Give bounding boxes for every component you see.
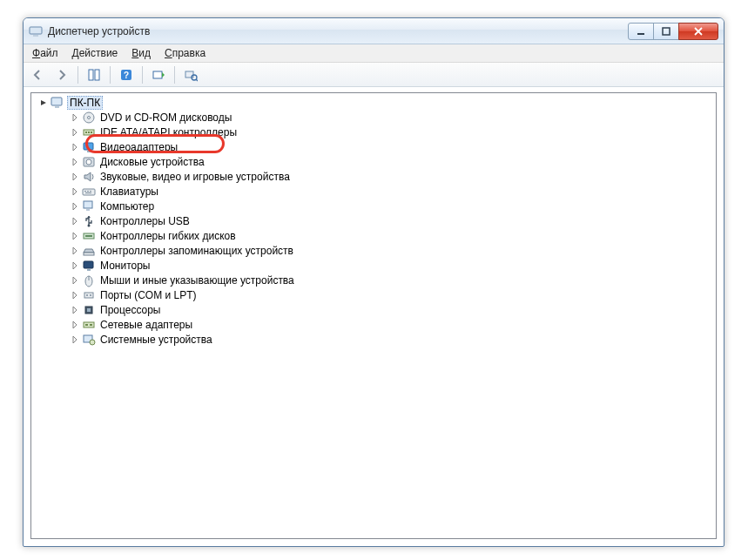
expand-icon[interactable] — [68, 287, 82, 302]
device-manager-window: Диспетчер устройств Файл Действие Вид Сп… — [23, 17, 724, 547]
expand-icon[interactable] — [68, 228, 82, 243]
menu-help[interactable]: Справка — [158, 44, 212, 62]
svg-rect-45 — [90, 324, 92, 326]
svg-rect-24 — [84, 191, 86, 192]
svg-rect-12 — [55, 106, 59, 108]
tree-node[interactable]: Видеоадаптеры — [51, 139, 714, 154]
svg-rect-2 — [637, 33, 644, 35]
tree-node-label: IDE ATA/ATAPI контроллеры — [98, 126, 239, 138]
svg-point-30 — [88, 224, 91, 226]
tree-node[interactable]: Клавиатуры — [51, 184, 714, 199]
menu-view[interactable]: Вид — [125, 44, 158, 62]
tree-node-label: Компьютер — [98, 200, 156, 213]
tree-node-label: Мониторы — [98, 260, 152, 272]
tree-node[interactable]: Дисковые устройства — [51, 154, 714, 169]
dvd-icon — [82, 111, 96, 125]
monitor-icon — [82, 259, 96, 273]
tree-node[interactable]: IDE ATA/ATAPI контроллеры — [51, 125, 714, 139]
show-hide-console-button[interactable] — [84, 64, 104, 85]
minimize-button[interactable] — [628, 23, 654, 40]
svg-rect-17 — [88, 132, 90, 133]
expand-icon[interactable] — [68, 184, 82, 199]
svg-rect-16 — [85, 132, 87, 133]
scan-hardware-changes-button[interactable] — [180, 64, 201, 85]
svg-rect-18 — [91, 132, 92, 133]
tree-node-label: Видеоадаптеры — [98, 141, 179, 153]
expand-icon[interactable] — [68, 302, 82, 317]
expand-icon[interactable] — [68, 199, 82, 213]
keyboard-icon — [82, 185, 96, 199]
expand-icon[interactable] — [68, 317, 82, 332]
expand-icon[interactable] — [68, 332, 82, 347]
tree-node-label: Контроллеры USB — [98, 215, 192, 227]
tree-node[interactable]: Мониторы — [51, 258, 714, 273]
system-icon — [82, 333, 96, 347]
svg-rect-38 — [84, 293, 93, 298]
svg-point-47 — [90, 340, 95, 345]
svg-rect-8 — [153, 71, 162, 78]
svg-rect-35 — [87, 269, 91, 271]
expand-icon[interactable] — [68, 154, 82, 169]
menubar: Файл Действие Вид Справка — [24, 44, 724, 63]
app-icon — [29, 24, 43, 38]
svg-rect-32 — [85, 235, 92, 237]
tree-node[interactable]: Порты (COM и LPT) — [51, 287, 714, 302]
tree-node-label: Сетевые адаптеры — [98, 319, 194, 331]
svg-point-14 — [88, 116, 91, 118]
tree-node-label: Клавиатуры — [98, 186, 160, 198]
maximize-button[interactable] — [653, 23, 679, 40]
collapse-icon[interactable] — [37, 95, 51, 110]
toolbar-separator — [77, 66, 78, 84]
back-button[interactable] — [27, 64, 48, 85]
svg-rect-43 — [84, 322, 94, 327]
svg-rect-25 — [87, 191, 89, 192]
close-button[interactable] — [678, 23, 718, 40]
tree-node[interactable]: Звуковые, видео и игровые устройства — [51, 169, 714, 184]
expand-icon[interactable] — [68, 169, 82, 184]
help-button[interactable]: ? — [116, 64, 137, 85]
toolbar-separator — [110, 66, 111, 84]
svg-point-39 — [86, 294, 88, 296]
expand-icon[interactable] — [68, 213, 82, 228]
scan-hardware-button[interactable] — [148, 64, 169, 85]
svg-rect-42 — [87, 308, 91, 312]
tree-node[interactable]: Контроллеры USB — [51, 213, 714, 228]
expand-icon[interactable] — [68, 110, 82, 125]
expand-icon[interactable] — [68, 125, 82, 139]
svg-rect-0 — [30, 27, 42, 34]
tree-node[interactable]: Системные устройства — [51, 332, 714, 347]
tree-node[interactable]: Процессоры — [51, 302, 714, 317]
window-controls — [629, 23, 718, 40]
svg-rect-28 — [84, 201, 92, 208]
tree-node-label: Процессоры — [98, 304, 163, 316]
expand-icon[interactable] — [68, 139, 82, 154]
tree-node[interactable]: Сетевые адаптеры — [51, 317, 714, 332]
menu-action[interactable]: Действие — [65, 44, 125, 62]
menu-file[interactable]: Файл — [25, 44, 65, 62]
svg-rect-23 — [83, 189, 95, 195]
display-icon — [82, 140, 96, 154]
toolbar: ? — [24, 63, 724, 87]
device-tree[interactable]: ПК-ПК DVD и CD-ROM дисководыIDE ATA/ATAP… — [31, 93, 716, 348]
tree-node[interactable]: Компьютер — [51, 199, 714, 213]
titlebar[interactable]: Диспетчер устройств — [24, 18, 724, 44]
forward-button[interactable] — [51, 64, 72, 85]
tree-node-label: Контроллеры гибких дисков — [98, 230, 238, 242]
tree-node[interactable]: Контроллеры гибких дисков — [51, 228, 714, 243]
tree-node[interactable]: Контроллеры запоминающих устройств — [51, 243, 714, 258]
sound-icon — [82, 170, 96, 184]
expand-icon[interactable] — [68, 258, 82, 273]
expand-icon[interactable] — [68, 273, 82, 287]
expand-icon[interactable] — [68, 243, 82, 258]
svg-text:?: ? — [124, 71, 129, 80]
tree-children: DVD и CD-ROM дисководыIDE ATA/ATAPI конт… — [33, 110, 714, 347]
tree-root-node[interactable]: ПК-ПК — [33, 95, 714, 110]
tree-node-label: Звуковые, видео и игровые устройства — [98, 171, 292, 183]
mouse-icon — [82, 273, 96, 287]
svg-point-40 — [90, 294, 91, 296]
cpu-icon — [82, 303, 96, 317]
computer-icon — [82, 199, 96, 213]
tree-node[interactable]: DVD и CD-ROM дисководы — [51, 110, 714, 125]
tree-node[interactable]: Мыши и иные указывающие устройства — [51, 273, 714, 287]
svg-rect-4 — [89, 70, 93, 80]
